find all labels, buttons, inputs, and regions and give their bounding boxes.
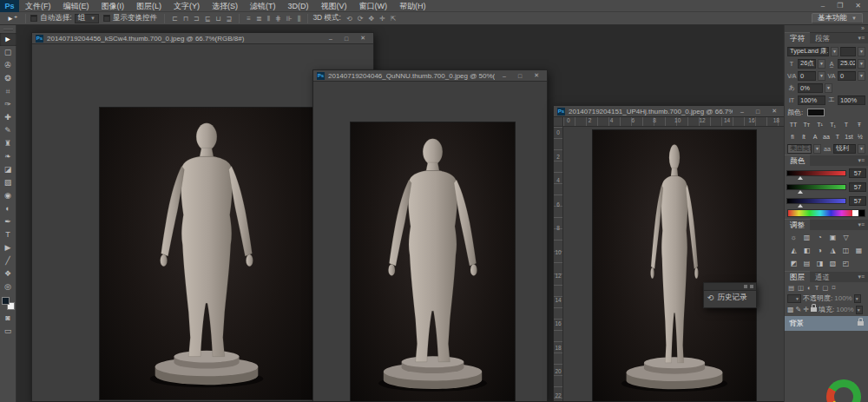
minimize-icon[interactable]: – (498, 73, 510, 79)
chevron-down-icon[interactable]: ▼ (854, 294, 861, 303)
panel-menu-icon[interactable]: ▾≡ (854, 272, 868, 282)
adjustment-icon[interactable]: ◑ (814, 246, 825, 256)
adjustment-icon[interactable]: ▧ (827, 259, 838, 269)
align-icon[interactable]: ⊏ (169, 13, 181, 24)
language-dropdown[interactable]: 美国英语 (787, 144, 812, 154)
lock-option-icon[interactable]: ✎ (796, 306, 802, 313)
text-style-button[interactable]: T₁ (827, 120, 839, 129)
menu-item[interactable]: 文字(Y) (168, 0, 206, 12)
lock-option-icon[interactable]: ▩ (787, 306, 794, 313)
menu-item[interactable]: 文件(F) (19, 0, 57, 12)
text-style-button[interactable]: TT (787, 120, 799, 129)
tab-channels[interactable]: 通道 (810, 272, 835, 282)
layer-filter-icon[interactable]: ▤ (788, 284, 794, 292)
kerning-field[interactable]: 0 (798, 71, 816, 81)
align-icon[interactable]: ⊔ (213, 13, 223, 24)
chevron-down-icon[interactable]: ▼ (858, 47, 865, 56)
adjustment-icon[interactable]: ◫ (840, 246, 852, 256)
tab-character[interactable]: 字符 (785, 32, 810, 43)
mode-3d-icon[interactable]: ⟲ (344, 13, 355, 24)
layer-filter-icon[interactable]: ◐ (807, 284, 812, 292)
mode-3d-icon[interactable]: ⇱ (388, 13, 399, 24)
adjustment-icon[interactable]: ▦ (853, 246, 865, 256)
text-style-button[interactable]: T¹ (813, 120, 825, 129)
layer-filter-icon[interactable]: ⌑ (832, 284, 835, 292)
menu-item[interactable]: 3D(D) (282, 0, 315, 12)
canvas-image-back-view[interactable] (351, 122, 515, 401)
gradient-tool[interactable]: ▨ (0, 176, 16, 189)
distribute-icon[interactable]: ⋕ (273, 13, 284, 24)
healing-brush-tool[interactable]: ✚ (0, 111, 16, 124)
menu-item[interactable]: 窗口(W) (353, 0, 394, 12)
show-transform-checkbox[interactable] (103, 15, 110, 22)
history-panel-collapsed[interactable]: ⟲ 历史记录 (703, 282, 757, 308)
adjustment-icon[interactable]: ◧ (801, 246, 812, 256)
minimize-icon[interactable]: – (821, 0, 825, 12)
adjustment-icon[interactable]: ◮ (827, 246, 838, 256)
opentype-feature-button[interactable]: T (832, 132, 843, 142)
close-icon[interactable]: ✕ (855, 0, 861, 12)
hand-tool[interactable]: ❖ (0, 267, 16, 280)
menu-item[interactable]: 滤镜(T) (244, 0, 282, 12)
adjustment-icon[interactable]: ◭ (788, 246, 799, 256)
align-icon[interactable]: ⊓ (181, 13, 191, 24)
adjustment-icon[interactable]: ◰ (840, 259, 852, 269)
minimize-icon[interactable]: – (736, 109, 748, 115)
restore-icon[interactable]: □ (752, 109, 764, 115)
fill-value[interactable]: 100% (836, 306, 853, 313)
canvas-image-front-view[interactable] (100, 108, 313, 399)
layer-filter-icon[interactable]: ◫ (798, 284, 804, 292)
mode-3d-icon[interactable]: ✥ (365, 13, 377, 24)
anti-alias-dropdown[interactable]: 锐利 (833, 144, 856, 154)
text-style-button[interactable]: T (840, 120, 852, 129)
font-size-field[interactable]: 26点 (798, 59, 816, 69)
opentype-feature-button[interactable]: aa (821, 132, 832, 142)
horizontal-scale-field[interactable]: 100% (838, 96, 865, 105)
pen-tool[interactable]: ✒ (0, 215, 16, 228)
blue-value-field[interactable]: 57 (849, 196, 866, 206)
layer-filter-icon[interactable]: ▢ (822, 284, 828, 292)
screen-mode-button[interactable]: ▭ (0, 325, 16, 338)
chevron-down-icon[interactable]: ▼ (858, 144, 865, 154)
path-selection-tool[interactable]: ▶ (0, 241, 16, 254)
red-value-field[interactable]: 57 (849, 168, 866, 178)
blur-tool[interactable]: ◉ (0, 189, 16, 202)
restore-icon[interactable]: □ (514, 73, 526, 79)
proportional-spacing-field[interactable]: 0% (798, 83, 823, 93)
adjustment-icon[interactable]: ▽ (840, 233, 852, 243)
move-tool[interactable]: ► (0, 33, 16, 46)
auto-select-checkbox[interactable] (30, 15, 37, 22)
workspace-switcher[interactable]: 基本功能▼ (812, 13, 863, 23)
distribute-icon[interactable]: ⫴ (265, 13, 273, 24)
document-title-bar[interactable]: Ps 20140719204046_QuNNU.thumb.700_0.jpeg… (313, 70, 547, 82)
shape-tool[interactable]: ╱ (0, 254, 16, 267)
marquee-tool[interactable]: ▢ (0, 46, 16, 59)
quick-selection-tool[interactable]: ❂ (0, 72, 16, 85)
restore-icon[interactable]: ❐ (837, 0, 843, 12)
chevron-down-icon[interactable]: ▼ (856, 306, 863, 314)
menu-item[interactable]: 编辑(E) (57, 0, 95, 12)
text-style-button[interactable]: Tᴛ (800, 120, 812, 129)
menu-item[interactable]: 图像(I) (95, 0, 131, 12)
menu-item[interactable]: 帮助(H) (393, 0, 432, 12)
panel-menu-icon[interactable]: ▾≡ (854, 220, 868, 230)
eyedropper-tool[interactable]: ✑ (0, 98, 16, 111)
document-title-bar[interactable]: Ps 20140719204151_UP4Hj.thumb.700_0.jpeg… (554, 106, 785, 117)
adjustment-icon[interactable]: ◨ (814, 259, 825, 269)
blue-slider[interactable] (786, 198, 846, 204)
chevron-down-icon[interactable]: ▼ (818, 71, 825, 81)
mode-3d-icon[interactable]: ✛ (377, 13, 388, 24)
chevron-down-icon[interactable]: ▼ (858, 71, 865, 81)
history-brush-tool[interactable]: ❧ (0, 150, 16, 163)
menu-item[interactable]: 视图(V) (315, 0, 353, 12)
tab-layers[interactable]: 图层 (785, 271, 810, 282)
align-icon[interactable]: ⊑ (202, 13, 214, 24)
layer-row-background[interactable]: 背景 (785, 316, 868, 331)
close-icon[interactable]: ✕ (767, 108, 781, 115)
auto-select-dropdown[interactable]: 组▼ (75, 14, 99, 23)
vertical-scale-field[interactable]: 100% (798, 96, 825, 105)
close-icon[interactable]: ✕ (356, 35, 370, 42)
adjustment-icon[interactable]: ▣ (827, 233, 838, 243)
panel-menu-icon[interactable]: ▾≡ (854, 33, 868, 43)
distribute-icon[interactable]: ≣ (253, 13, 265, 24)
